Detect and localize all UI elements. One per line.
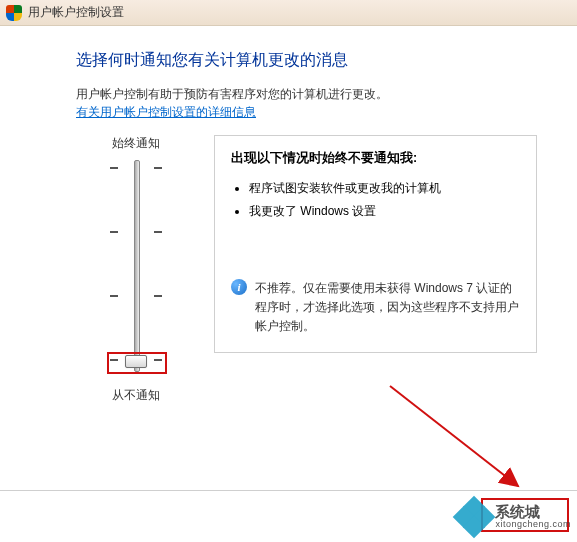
window-title: 用户帐户控制设置 [28,4,124,21]
info-icon: i [231,279,247,295]
learn-more-link[interactable]: 有关用户帐户控制设置的详细信息 [76,105,256,119]
info-panel: 出现以下情况时始终不要通知我: 程序试图安装软件或更改我的计算机 我更改了 Wi… [214,135,537,353]
footer-buttons: 确定 [491,502,565,526]
slider-label-top: 始终通知 [76,135,196,152]
notification-slider[interactable] [76,160,196,375]
info-note: i 不推荐。仅在需要使用未获得 Windows 7 认证的程序时，才选择此选项，… [231,279,520,337]
info-note-text: 不推荐。仅在需要使用未获得 Windows 7 认证的程序时，才选择此选项，因为… [255,279,520,337]
info-bullet: 我更改了 Windows 设置 [249,200,520,223]
page-heading: 选择何时通知您有关计算机更改的消息 [76,50,537,71]
slider-thumb[interactable] [125,355,147,368]
intro-line: 用户帐户控制有助于预防有害程序对您的计算机进行更改。 [76,87,388,101]
intro-text: 用户帐户控制有助于预防有害程序对您的计算机进行更改。 有关用户帐户控制设置的详细… [76,85,537,121]
titlebar: 用户帐户控制设置 [0,0,577,26]
watermark-logo-icon [457,500,491,534]
info-panel-title: 出现以下情况时始终不要通知我: [231,150,520,167]
slider-column: 始终通知 从不通知 [76,135,196,404]
info-bullet: 程序试图安装软件或更改我的计算机 [249,177,520,200]
slider-label-bottom: 从不通知 [76,387,196,404]
uac-shield-icon [6,5,22,21]
info-bullet-list: 程序试图安装软件或更改我的计算机 我更改了 Windows 设置 [249,177,520,223]
footer-separator [0,490,577,491]
content-area: 选择何时通知您有关计算机更改的消息 用户帐户控制有助于预防有害程序对您的计算机进… [0,26,577,414]
